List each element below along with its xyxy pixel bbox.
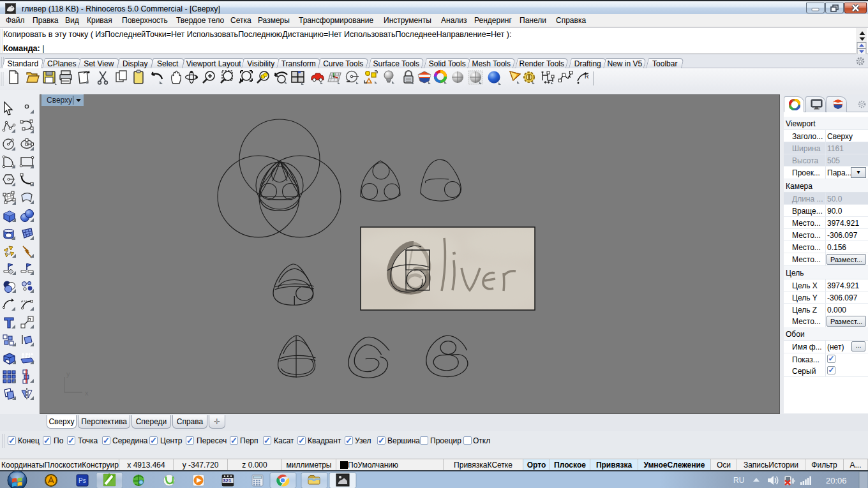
svg-text:20:06: 20:06 — [826, 476, 847, 485]
svg-text:321: 321 — [223, 478, 232, 484]
svg-text:R: R — [585, 73, 589, 80]
svg-text:RU: RU — [733, 476, 744, 485]
svg-text:x: x — [85, 389, 89, 397]
svg-text:Ps: Ps — [79, 477, 86, 484]
svg-text:y: y — [66, 370, 70, 378]
